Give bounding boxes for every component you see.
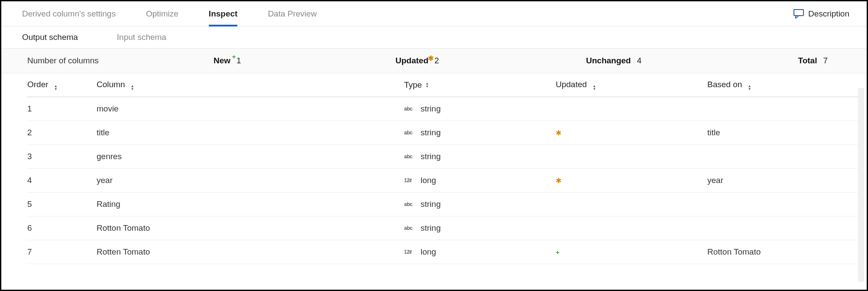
new-plus-icon: +: [556, 248, 560, 256]
star-icon: ✱: [428, 54, 434, 62]
unchanged-value: 4: [637, 56, 641, 65]
schema-subtabs: Output schema Input schema: [1, 26, 867, 48]
sort-icon[interactable]: ▲▼: [593, 85, 596, 91]
unchanged-label: Unchanged: [586, 56, 631, 65]
header-order[interactable]: Order: [27, 80, 49, 89]
cell-based-on: year: [707, 176, 858, 185]
cell-order: 6: [27, 223, 97, 233]
type-icon: abc: [404, 130, 417, 136]
type-icon: abc: [404, 225, 417, 231]
svg-rect-0: [794, 10, 803, 16]
scrollbar[interactable]: [858, 88, 864, 282]
cell-column: genres: [97, 152, 404, 161]
sort-icon[interactable]: ▲▼: [131, 85, 134, 91]
table-row[interactable]: 6Rotton Tomatoabcstring: [27, 216, 858, 240]
updated-star-icon: ✱: [556, 177, 561, 184]
cell-column: Rating: [97, 199, 404, 209]
header-column[interactable]: Column: [97, 80, 125, 89]
cell-updated: ✱: [556, 128, 707, 137]
cell-column: title: [97, 128, 404, 137]
cell-column: Rotten Tomato: [97, 247, 404, 257]
new-label: New+: [214, 56, 230, 65]
type-icon: 12ℓ: [404, 177, 417, 183]
tab-inspect[interactable]: Inspect: [209, 1, 238, 26]
cell-column: movie: [97, 104, 404, 114]
cell-order: 1: [27, 104, 97, 114]
total-value: 7: [823, 56, 828, 65]
sort-icon[interactable]: ▲▼: [425, 82, 429, 88]
description-label: Description: [808, 9, 849, 19]
cell-order: 4: [27, 176, 97, 185]
type-icon: 12ℓ: [404, 249, 417, 255]
cell-order: 5: [27, 199, 97, 209]
tab-data-preview[interactable]: Data Preview: [268, 1, 317, 26]
cell-type: 12ℓlong: [404, 176, 556, 185]
updated-star-icon: ✱: [556, 129, 561, 137]
cell-based-on: title: [707, 128, 858, 137]
cell-updated: +: [556, 247, 707, 257]
plus-icon: +: [232, 53, 236, 60]
table-row[interactable]: 4year12ℓlong✱year: [27, 169, 858, 193]
new-value: 1: [236, 56, 241, 65]
total-label: Total: [798, 56, 817, 65]
type-icon: abc: [404, 154, 417, 160]
cell-order: 7: [27, 247, 97, 257]
type-icon: abc: [404, 106, 417, 112]
type-icon: abc: [404, 201, 417, 207]
description-button[interactable]: Description: [794, 9, 849, 19]
schema-table: Order ▲▼ Column ▲▼ Type ▲▼ Updated ▲▼ Ba…: [1, 73, 867, 264]
cell-type: 12ℓlong: [404, 247, 556, 257]
cell-order: 2: [27, 128, 97, 137]
cell-column: Rotton Tomato: [97, 223, 404, 233]
cell-type: abcstring: [404, 128, 556, 137]
table-row[interactable]: 1movieabcstring: [27, 97, 858, 121]
cell-type: abcstring: [404, 223, 556, 233]
subtab-output-schema[interactable]: Output schema: [22, 33, 78, 42]
updated-value: 2: [434, 56, 439, 65]
comment-icon: [794, 9, 804, 19]
tab-optimize[interactable]: Optimize: [146, 1, 178, 26]
table-row[interactable]: 5Ratingabcstring: [27, 193, 858, 216]
header-based-on[interactable]: Based on: [707, 80, 742, 89]
column-stats-bar: Number of columns New+ 1 Updated✱ 2 Unch…: [1, 48, 867, 73]
header-type[interactable]: Type: [404, 80, 422, 90]
top-tabs: Derived column's settings Optimize Inspe…: [1, 1, 867, 26]
subtab-input-schema[interactable]: Input schema: [117, 33, 166, 42]
header-updated[interactable]: Updated: [556, 80, 587, 89]
cell-type: abcstring: [404, 199, 556, 209]
table-row[interactable]: 7Rotten Tomato12ℓlong+Rotton Tomato: [27, 240, 858, 264]
table-row[interactable]: 2titleabcstring✱title: [27, 121, 858, 145]
cell-type: abcstring: [404, 152, 556, 161]
cell-updated: ✱: [556, 176, 707, 185]
sort-icon[interactable]: ▲▼: [54, 85, 58, 91]
tab-derived-columns-settings[interactable]: Derived column's settings: [22, 1, 116, 26]
columns-count-label: Number of columns: [27, 56, 99, 65]
cell-order: 3: [27, 152, 97, 161]
table-header-row: Order ▲▼ Column ▲▼ Type ▲▼ Updated ▲▼ Ba…: [27, 73, 858, 97]
updated-label: Updated✱: [395, 56, 428, 65]
cell-column: year: [97, 176, 404, 185]
cell-type: abcstring: [404, 104, 556, 114]
table-row[interactable]: 3genresabcstring: [27, 145, 858, 169]
cell-based-on: Rotton Tomato: [707, 247, 858, 257]
sort-icon[interactable]: ▲▼: [748, 85, 751, 91]
